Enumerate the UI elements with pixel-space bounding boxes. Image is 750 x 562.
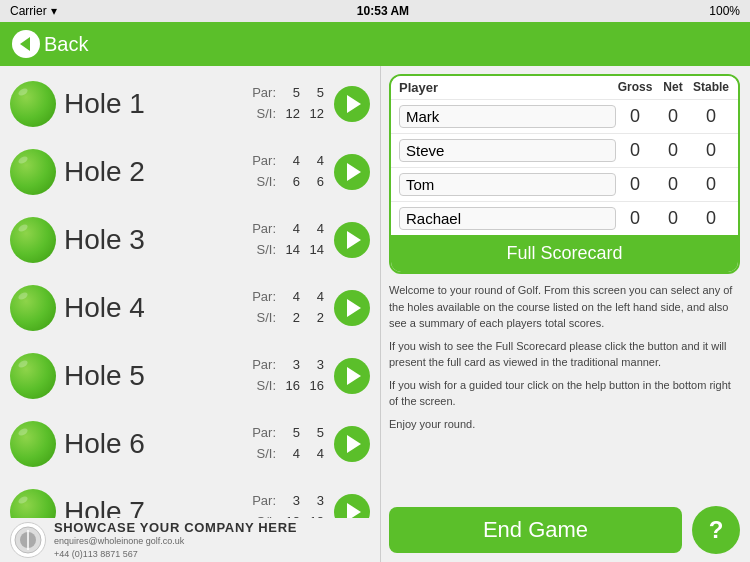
score-gross-2: 0 [616,174,654,195]
par-val2-7: 3 [306,491,324,512]
score-player-name-3[interactable] [399,207,616,230]
hole-label-3: Hole 3 [64,224,252,256]
footer-text-block: SHOWCASE YOUR COMPANY HERE enquires@whol… [54,520,297,560]
par-val1-7: 3 [282,491,300,512]
si-val1-1: 12 [282,104,300,125]
si-label-4: S/I: [256,308,276,329]
golf-ball-3 [10,217,56,263]
hole-label-4: Hole 4 [64,292,252,324]
score-player-name-1[interactable] [399,139,616,162]
play-button-6[interactable] [334,426,370,462]
par-val1-5: 3 [282,355,300,376]
footer-email: enquires@wholeinone golf.co.uk [54,535,297,548]
si-val1-3: 14 [282,240,300,261]
si-val1-2: 6 [282,172,300,193]
right-panel: Player Gross Net Stable 0 0 0 0 0 0 0 0 … [381,66,750,562]
hole-stats-6: Par: 5 5 S/I: 4 4 [252,423,324,465]
par-label-3: Par: [252,219,276,240]
hole-par-row-4: Par: 4 4 [252,287,324,308]
play-icon-2 [347,163,361,181]
play-button-5[interactable] [334,358,370,394]
par-val1-1: 5 [282,83,300,104]
score-col-gross-header: Gross [616,80,654,95]
si-val1-5: 16 [282,376,300,397]
hole-row-3: Hole 3 Par: 4 4 S/I: 14 14 [0,206,380,274]
info-p4: Enjoy your round. [389,416,740,433]
hole-si-row-2: S/I: 6 6 [256,172,324,193]
par-val2-5: 3 [306,355,324,376]
score-stable-1: 0 [692,140,730,161]
score-net-0: 0 [654,106,692,127]
par-label-4: Par: [252,287,276,308]
back-button[interactable]: Back [12,30,88,58]
score-player-name-2[interactable] [399,173,616,196]
back-label: Back [44,33,88,56]
status-battery: 100% [709,4,740,18]
carrier-label: Carrier [10,4,47,18]
score-gross-3: 0 [616,208,654,229]
hole-par-row-6: Par: 5 5 [252,423,324,444]
par-val2-1: 5 [306,83,324,104]
play-icon-1 [347,95,361,113]
golf-ball-6 [10,421,56,467]
play-button-3[interactable] [334,222,370,258]
hole-label-6: Hole 6 [64,428,252,460]
par-val1-2: 4 [282,151,300,172]
si-label-6: S/I: [256,444,276,465]
status-bar: Carrier ▾ 10:53 AM 100% [0,0,750,22]
hole-si-row-4: S/I: 2 2 [256,308,324,329]
hole-label-5: Hole 5 [64,360,252,392]
score-header-row: Player Gross Net Stable [391,76,738,99]
par-val2-4: 4 [306,287,324,308]
holes-panel: Hole 1 Par: 5 5 S/I: 12 12 Hole 2 Par: 4… [0,66,380,562]
hole-si-row-1: S/I: 12 12 [256,104,324,125]
info-p1: Welcome to your round of Golf. From this… [389,282,740,332]
full-scorecard-button[interactable]: Full Scorecard [391,235,738,272]
main-content: Hole 1 Par: 5 5 S/I: 12 12 Hole 2 Par: 4… [0,66,750,562]
si-val1-4: 2 [282,308,300,329]
play-icon-4 [347,299,361,317]
par-val1-6: 5 [282,423,300,444]
hole-row-6: Hole 6 Par: 5 5 S/I: 4 4 [0,410,380,478]
score-col-net-header: Net [654,80,692,95]
play-button-4[interactable] [334,290,370,326]
si-val2-5: 16 [306,376,324,397]
end-game-button[interactable]: End Game [389,507,682,553]
par-label-5: Par: [252,355,276,376]
help-button[interactable]: ? [692,506,740,554]
hole-row-2: Hole 2 Par: 4 4 S/I: 6 6 [0,138,380,206]
wifi-icon: ▾ [51,4,57,18]
info-p2: If you wish to see the Full Scorecard pl… [389,338,740,371]
footer-phone: +44 (0)113 8871 567 [54,548,297,561]
back-arrow-icon [20,37,30,51]
score-player-row-2: 0 0 0 [391,167,738,201]
hole-par-row-1: Par: 5 5 [252,83,324,104]
hole-row-5: Hole 5 Par: 3 3 S/I: 16 16 [0,342,380,410]
score-player-name-0[interactable] [399,105,616,128]
score-net-2: 0 [654,174,692,195]
score-player-row-3: 0 0 0 [391,201,738,235]
hole-row-1: Hole 1 Par: 5 5 S/I: 12 12 [0,70,380,138]
score-player-row-1: 0 0 0 [391,133,738,167]
score-net-3: 0 [654,208,692,229]
hole-row-4: Hole 4 Par: 4 4 S/I: 2 2 [0,274,380,342]
score-gross-1: 0 [616,140,654,161]
footer: SHOWCASE YOUR COMPANY HERE enquires@whol… [0,518,370,562]
hole-par-row-5: Par: 3 3 [252,355,324,376]
hole-par-row-7: Par: 3 3 [252,491,324,512]
bottom-row: End Game ? [389,506,740,554]
par-val1-4: 4 [282,287,300,308]
play-button-1[interactable] [334,86,370,122]
par-val2-3: 4 [306,219,324,240]
golf-ball-5 [10,353,56,399]
back-chevron-icon [12,30,40,58]
hole-si-row-3: S/I: 14 14 [256,240,324,261]
score-col-stable-header: Stable [692,80,730,95]
info-text-block: Welcome to your round of Golf. From this… [389,282,740,438]
hole-stats-2: Par: 4 4 S/I: 6 6 [252,151,324,193]
play-button-2[interactable] [334,154,370,190]
score-stable-0: 0 [692,106,730,127]
si-val1-6: 4 [282,444,300,465]
info-p3: If you wish for a guided tour click on t… [389,377,740,410]
hole-label-2: Hole 2 [64,156,252,188]
